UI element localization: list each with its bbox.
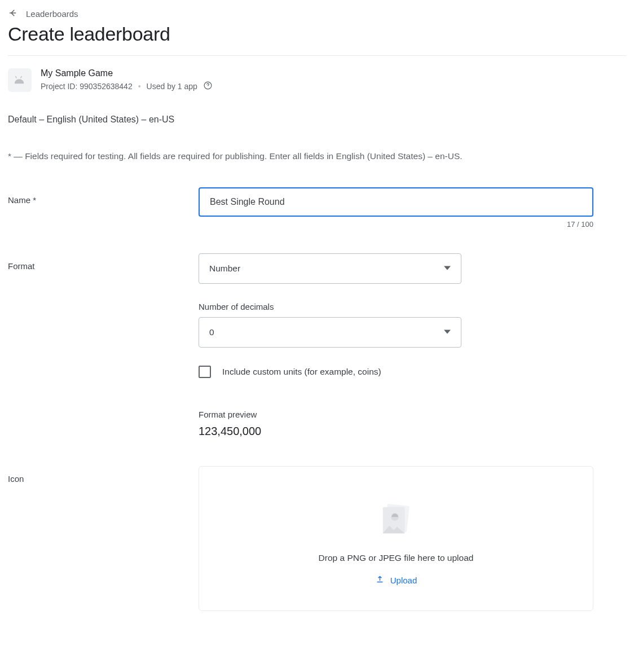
page-title: Create leaderboard bbox=[8, 23, 626, 45]
field-format: Format Number Number of decimals 0 Inclu… bbox=[8, 253, 626, 466]
custom-units-checkbox[interactable] bbox=[199, 366, 211, 378]
back-arrow-icon[interactable] bbox=[8, 8, 18, 20]
breadcrumb[interactable]: Leaderboards bbox=[8, 8, 626, 20]
project-name: My Sample Game bbox=[41, 68, 213, 78]
field-icon: Icon Drop a PNG or JPEG file here to upl… bbox=[8, 466, 626, 611]
icon-dropzone[interactable]: Drop a PNG or JPEG file here to upload U… bbox=[199, 466, 593, 611]
icon-label: Icon bbox=[8, 466, 199, 484]
upload-label: Upload bbox=[390, 576, 417, 585]
format-preview-value: 123,450,000 bbox=[199, 425, 593, 438]
android-icon bbox=[8, 68, 32, 92]
upload-button[interactable]: Upload bbox=[375, 574, 417, 586]
upload-icon bbox=[375, 574, 385, 586]
locale-text: Default – English (United States) – en-U… bbox=[8, 115, 626, 125]
format-preview-label: Format preview bbox=[199, 410, 593, 419]
decimals-select[interactable]: 0 bbox=[199, 317, 461, 348]
breadcrumb-label: Leaderboards bbox=[26, 9, 78, 19]
custom-units-label: Include custom units (for example, coins… bbox=[222, 367, 381, 377]
required-note: * — Fields required for testing. All fie… bbox=[8, 150, 626, 162]
separator-dot: • bbox=[138, 82, 141, 91]
dropzone-text: Drop a PNG or JPEG file here to upload bbox=[319, 553, 474, 563]
chevron-down-icon bbox=[444, 263, 451, 274]
project-id: Project ID: 990352638442 bbox=[41, 82, 133, 91]
format-select[interactable]: Number bbox=[199, 253, 461, 284]
chevron-down-icon bbox=[444, 327, 451, 337]
decimals-label: Number of decimals bbox=[199, 302, 593, 311]
name-char-count: 17 / 100 bbox=[199, 220, 593, 229]
project-meta: My Sample Game Project ID: 990352638442 … bbox=[41, 68, 213, 92]
format-label: Format bbox=[8, 253, 199, 271]
help-icon[interactable] bbox=[203, 81, 213, 92]
image-stack-icon bbox=[376, 500, 416, 542]
project-header: My Sample Game Project ID: 990352638442 … bbox=[8, 68, 626, 92]
name-label: Name * bbox=[8, 187, 199, 205]
divider bbox=[8, 55, 626, 56]
project-usage: Used by 1 app bbox=[147, 82, 197, 91]
name-input[interactable] bbox=[199, 187, 593, 217]
format-select-value: Number bbox=[209, 263, 240, 274]
decimals-select-value: 0 bbox=[209, 327, 214, 337]
field-name: Name * 17 / 100 bbox=[8, 187, 626, 229]
